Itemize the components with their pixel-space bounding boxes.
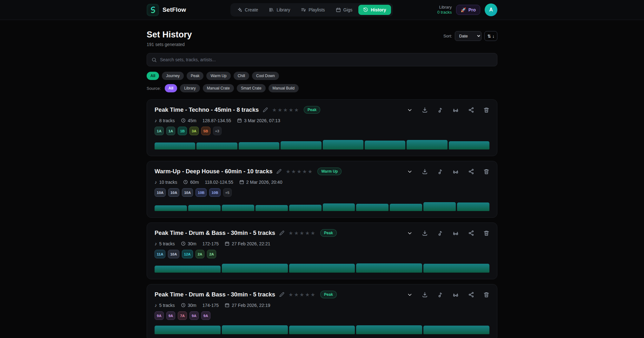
nav-item-history[interactable]: History bbox=[358, 5, 391, 15]
filter-chip-journey[interactable]: Journey bbox=[162, 72, 184, 80]
waveform-segment[interactable] bbox=[239, 142, 279, 149]
music-note-button[interactable] bbox=[437, 107, 443, 113]
waveform-segment[interactable] bbox=[289, 326, 355, 334]
waveform-segment[interactable] bbox=[155, 205, 187, 211]
set-duration: 30m bbox=[181, 303, 196, 308]
source-chip-all[interactable]: All bbox=[165, 84, 177, 92]
edit-icon[interactable] bbox=[276, 169, 282, 174]
calendar-icon bbox=[225, 241, 229, 246]
music-note-icon: ♪ bbox=[155, 241, 157, 246]
nav-item-gigs[interactable]: Gigs bbox=[331, 5, 357, 15]
expand-chevron-button[interactable] bbox=[407, 292, 413, 298]
nav-item-create[interactable]: Create bbox=[232, 5, 263, 15]
filter-chip-all[interactable]: All bbox=[147, 72, 159, 80]
expand-chevron-button[interactable] bbox=[407, 169, 413, 175]
pro-badge[interactable]: 🚀 Pro bbox=[456, 5, 480, 15]
key-badge: 9A bbox=[155, 311, 164, 320]
source-chip-smart-crate[interactable]: Smart Crate bbox=[237, 84, 266, 92]
waveform-segment[interactable] bbox=[196, 142, 237, 149]
key-badge: 7A bbox=[178, 311, 187, 320]
waveform-segment[interactable] bbox=[281, 141, 321, 149]
filter-chip-peak[interactable]: Peak bbox=[187, 72, 203, 80]
delete-button[interactable] bbox=[483, 107, 489, 113]
filter-chip-warm-up[interactable]: Warm Up bbox=[206, 72, 230, 80]
key-badge: 10A bbox=[168, 250, 179, 258]
music-note-button[interactable] bbox=[437, 292, 443, 298]
source-label: Source: bbox=[147, 86, 161, 91]
waveform-segment[interactable] bbox=[323, 203, 355, 211]
filter-chip-chill[interactable]: Chill bbox=[234, 72, 249, 80]
waveform-segment[interactable] bbox=[457, 202, 489, 211]
waveform-segment[interactable] bbox=[356, 325, 422, 334]
waveform-segment[interactable] bbox=[155, 266, 221, 273]
share-button[interactable] bbox=[468, 230, 474, 236]
filter-chip-cool-down[interactable]: Cool Down bbox=[252, 72, 279, 80]
preview-glasses-button[interactable] bbox=[452, 292, 459, 298]
waveform-segment[interactable] bbox=[356, 263, 422, 273]
set-title: Peak Time - Drum & Bass - 30min - 5 trac… bbox=[155, 291, 275, 298]
waveform-segment[interactable] bbox=[407, 140, 447, 149]
waveform-segment[interactable] bbox=[323, 140, 363, 149]
avatar[interactable]: A bbox=[485, 3, 497, 16]
set-date: 27 Feb 2026, 22:19 bbox=[225, 303, 270, 308]
rating-stars[interactable]: ★★★★★ bbox=[289, 292, 316, 298]
waveform-segment[interactable] bbox=[188, 205, 221, 211]
calendar-icon bbox=[239, 180, 244, 184]
waveform-segment[interactable] bbox=[423, 326, 489, 334]
rating-stars[interactable]: ★★★★★ bbox=[289, 230, 316, 236]
music-note-button[interactable] bbox=[437, 230, 443, 236]
waveform-segment[interactable] bbox=[423, 202, 456, 211]
brand[interactable]: SetFlow bbox=[147, 4, 186, 16]
sort-select[interactable]: Date bbox=[455, 31, 481, 41]
expand-chevron-button[interactable] bbox=[407, 107, 413, 113]
preview-glasses-button[interactable] bbox=[452, 169, 459, 175]
search-input[interactable] bbox=[160, 57, 493, 62]
waveform-segment[interactable] bbox=[222, 205, 254, 211]
waveform-segment[interactable] bbox=[222, 264, 288, 273]
waveform-segment[interactable] bbox=[155, 142, 195, 149]
nav-item-playlists[interactable]: Playlists bbox=[296, 5, 329, 15]
rating-stars[interactable]: ★★★★★ bbox=[286, 169, 313, 175]
waveform-segment[interactable] bbox=[390, 204, 422, 211]
search-bar[interactable] bbox=[147, 53, 497, 66]
preview-glasses-button[interactable] bbox=[452, 230, 459, 236]
rating-stars[interactable]: ★★★★★ bbox=[272, 107, 300, 113]
download-button[interactable] bbox=[422, 169, 428, 175]
source-chip-manual-build[interactable]: Manual Build bbox=[269, 84, 299, 92]
download-button[interactable] bbox=[422, 292, 428, 298]
key-badge: +3 bbox=[213, 127, 222, 135]
waveform-segment[interactable] bbox=[155, 326, 221, 334]
download-button[interactable] bbox=[422, 230, 428, 236]
waveform-segment[interactable] bbox=[289, 205, 322, 211]
waveform-segment[interactable] bbox=[356, 204, 388, 211]
delete-button[interactable] bbox=[483, 230, 489, 236]
edit-icon[interactable] bbox=[263, 107, 268, 112]
download-button[interactable] bbox=[422, 107, 428, 113]
waveform-segment[interactable] bbox=[449, 141, 489, 149]
track-count: ♪ 5 tracks bbox=[155, 241, 175, 246]
waveform-segment[interactable] bbox=[289, 264, 355, 273]
edit-icon[interactable] bbox=[279, 292, 284, 297]
delete-button[interactable] bbox=[483, 292, 489, 298]
share-button[interactable] bbox=[468, 169, 474, 175]
expand-chevron-button[interactable] bbox=[407, 230, 413, 236]
share-button[interactable] bbox=[468, 107, 474, 113]
edit-icon[interactable] bbox=[279, 230, 284, 235]
waveform-segment[interactable] bbox=[222, 325, 288, 334]
track-count: ♪ 10 tracks bbox=[155, 179, 177, 185]
music-note-icon: ♪ bbox=[155, 302, 157, 308]
waveform-segment[interactable] bbox=[256, 205, 288, 211]
nav-item-library[interactable]: Library bbox=[264, 5, 295, 15]
sort-direction-button[interactable]: ⇅ ↓ bbox=[484, 31, 497, 41]
share-button[interactable] bbox=[468, 292, 474, 298]
key-badge: 2A bbox=[207, 250, 216, 258]
music-note-button[interactable] bbox=[437, 169, 443, 175]
source-chip-manual-crate[interactable]: Manual Crate bbox=[203, 84, 234, 92]
waveform-segment[interactable] bbox=[423, 264, 489, 273]
set-card: Warm-Up - Deep House - 60min - 10 tracks… bbox=[147, 161, 497, 218]
waveform-segment[interactable] bbox=[365, 141, 405, 150]
preview-glasses-button[interactable] bbox=[452, 107, 459, 113]
delete-button[interactable] bbox=[483, 169, 489, 175]
calendar-icon bbox=[225, 303, 229, 308]
source-chip-library[interactable]: Library bbox=[180, 84, 200, 92]
